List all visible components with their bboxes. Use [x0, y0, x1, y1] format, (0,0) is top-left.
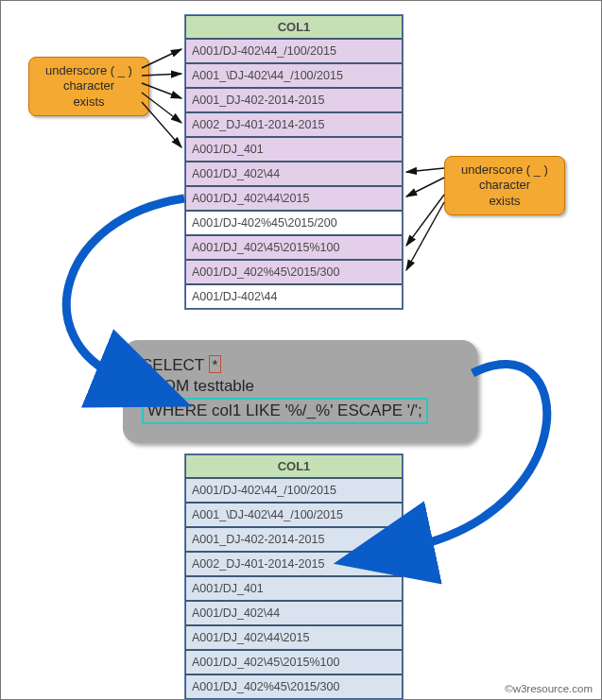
source-row-4: A001/DJ_401: [185, 137, 403, 162]
callout-line: underscore ( _ ): [45, 63, 132, 77]
sql-select-kw: SELECT: [142, 356, 204, 374]
source-row-6: A001/DJ_402\44\2015: [185, 186, 403, 211]
result-row-6: A001/DJ_402\44\2015: [185, 625, 403, 650]
source-row-1: A001_\DJ-402\44_/100/2015: [185, 63, 403, 88]
source-row-2: A001_DJ-402-2014-2015: [185, 88, 403, 112]
result-table-header: COL1: [185, 454, 403, 478]
result-row-2: A001_DJ-402-2014-2015: [185, 527, 403, 552]
source-table: COL1 A001/DJ-402\44_/100/2015 A001_\DJ-4…: [184, 14, 404, 310]
source-row-5: A001/DJ_402\44: [185, 162, 403, 186]
callout-line: exists: [73, 94, 104, 109]
result-row-3: A002_DJ-401-2014-2015: [185, 552, 403, 576]
callout-line: character: [479, 178, 530, 192]
sql-select-line: SELECT *: [142, 355, 458, 375]
source-row-10: A001/DJ-402\44: [185, 284, 403, 309]
source-table-header: COL1: [185, 15, 403, 39]
result-row-8: A001/DJ_402%45\2015/300: [185, 674, 403, 699]
credit-text: ©w3resource.com: [505, 683, 593, 694]
callout-line: underscore ( _ ): [461, 162, 548, 177]
result-row-5: A001/DJ_402\44: [185, 601, 403, 625]
source-row-8: A001/DJ_402\45\2015%100: [185, 235, 403, 260]
callout-underscore-right: underscore ( _ ) character exists: [444, 156, 565, 215]
svg-line-7: [406, 195, 444, 246]
callout-underscore-left: underscore ( _ ) character exists: [28, 57, 149, 116]
sql-where-line: WHERE col1 LIKE '%/_%' ESCAPE '/';: [142, 398, 458, 424]
result-row-0: A001/DJ-402\44_/100/2015: [185, 478, 403, 503]
sql-where-highlight: WHERE col1 LIKE '%/_%' ESCAPE '/';: [142, 398, 428, 424]
source-row-3: A002_DJ-401-2014-2015: [185, 112, 403, 137]
svg-line-6: [406, 178, 444, 196]
source-row-9: A001/DJ_402%45\2015/300: [185, 260, 403, 284]
source-row-7: A001/DJ-402%45\2015/200: [185, 211, 403, 235]
callout-line: exists: [489, 194, 520, 208]
source-row-0: A001/DJ-402\44_/100/2015: [185, 39, 403, 63]
sql-star: *: [209, 355, 222, 373]
result-row-1: A001_\DJ-402\44_/100/2015: [185, 503, 403, 527]
callout-line: character: [63, 78, 114, 93]
result-row-4: A001/DJ_401: [185, 576, 403, 601]
svg-line-8: [406, 202, 444, 270]
result-table: COL1 A001/DJ-402\44_/100/2015 A001_\DJ-4…: [184, 453, 404, 700]
sql-query-box: SELECT * FROM testtable WHERE col1 LIKE …: [123, 340, 477, 443]
result-row-7: A001/DJ_402\45\2015%100: [185, 650, 403, 674]
sql-from-line: FROM testtable: [142, 377, 458, 396]
svg-line-5: [406, 168, 444, 172]
